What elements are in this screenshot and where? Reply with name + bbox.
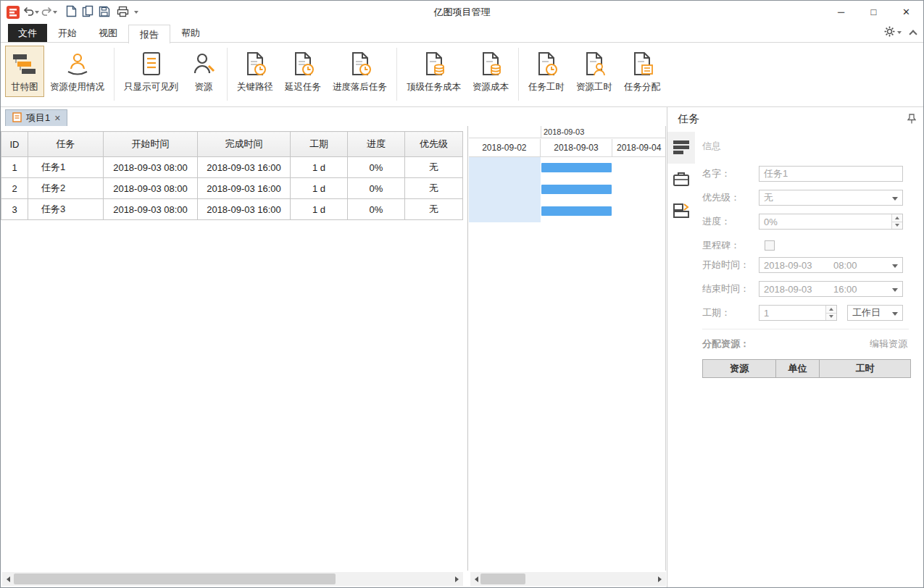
cell-start[interactable]: 2018-09-03 08:00	[104, 157, 198, 178]
scroll-left-button[interactable]	[2, 572, 14, 586]
spin-up-icon[interactable]	[826, 306, 836, 314]
start-time-select[interactable]: 2018-09-03 08:00	[759, 257, 903, 273]
cell-priority[interactable]: 无	[405, 157, 463, 178]
cell-finish[interactable]: 2018-09-03 16:00	[198, 157, 291, 178]
spin-up-icon[interactable]	[892, 214, 902, 222]
progress-stepper[interactable]: 0%	[759, 214, 903, 230]
redo-dropdown-caret-icon[interactable]	[53, 11, 57, 14]
undo-dropdown-caret-icon[interactable]	[35, 11, 39, 14]
collapse-ribbon-button[interactable]	[910, 28, 916, 37]
file-menu-button[interactable]: 文件	[8, 24, 47, 42]
chevron-down-icon[interactable]	[892, 264, 898, 268]
resource-hours-button[interactable]: 资源工时	[570, 46, 618, 97]
cell-start[interactable]: 2018-09-03 08:00	[104, 178, 198, 199]
col-header-task[interactable]: 任务	[28, 132, 104, 157]
top-task-cost-button[interactable]: 顶级任务成本	[401, 46, 467, 97]
task-info-view-button[interactable]	[667, 132, 695, 164]
cell-progress[interactable]: 0%	[348, 178, 405, 199]
delayed-tasks-button[interactable]: 延迟任务	[279, 46, 327, 97]
cell-duration[interactable]: 1 d	[291, 178, 348, 199]
task-assign-button[interactable]: 任务分配	[618, 46, 666, 97]
open-document-button[interactable]	[80, 4, 95, 21]
cell-id[interactable]: 1	[1, 157, 28, 178]
save-icon	[99, 6, 110, 20]
assigned-resources-label: 分配资源：	[702, 337, 749, 350]
cell-task[interactable]: 任务2	[28, 178, 104, 199]
document-tab-close-icon[interactable]: ×	[54, 113, 60, 123]
document-tab-project1[interactable]: 项目1 ×	[5, 109, 67, 126]
redo-button[interactable]	[41, 7, 57, 19]
scrollbar-thumb[interactable]	[14, 574, 336, 584]
resource-usage-button[interactable]: 资源使用情况	[44, 46, 110, 97]
progress-spinner[interactable]	[891, 214, 902, 229]
scroll-right-button[interactable]	[451, 572, 463, 586]
gantt-bar-task3[interactable]	[541, 206, 612, 216]
save-button[interactable]	[97, 4, 112, 21]
cell-id[interactable]: 2	[1, 178, 28, 199]
cell-progress[interactable]: 0%	[348, 157, 405, 178]
cell-finish[interactable]: 2018-09-03 16:00	[198, 199, 291, 220]
cell-finish[interactable]: 2018-09-03 16:00	[198, 178, 291, 199]
table-row[interactable]: 2 任务2 2018-09-03 08:00 2018-09-03 16:00 …	[1, 178, 463, 199]
maximize-button[interactable]: □	[857, 1, 890, 22]
cell-priority[interactable]: 无	[405, 199, 463, 220]
duration-stepper[interactable]: 1	[759, 305, 837, 321]
table-horizontal-scrollbar[interactable]	[2, 572, 463, 586]
behind-schedule-tasks-button[interactable]: 进度落后任务	[327, 46, 393, 97]
visible-columns-button[interactable]: 只显示可见列	[118, 46, 184, 97]
spin-down-icon[interactable]	[892, 222, 902, 230]
table-row[interactable]: 3 任务3 2018-09-03 08:00 2018-09-03 16:00 …	[1, 199, 463, 220]
end-time-select[interactable]: 2018-09-03 16:00	[759, 281, 903, 297]
cell-priority[interactable]: 无	[405, 178, 463, 199]
cell-task[interactable]: 任务3	[28, 199, 104, 220]
scroll-right-button[interactable]	[654, 572, 666, 586]
new-document-button[interactable]	[64, 4, 78, 21]
col-header-finish[interactable]: 完成时间	[198, 132, 291, 157]
settings-button[interactable]	[884, 26, 902, 39]
duration-spinner[interactable]	[825, 306, 836, 320]
cell-duration[interactable]: 1 d	[291, 157, 348, 178]
table-row[interactable]: 1 任务1 2018-09-03 08:00 2018-09-03 16:00 …	[1, 157, 463, 178]
col-header-priority[interactable]: 优先级	[405, 132, 463, 157]
col-header-progress[interactable]: 进度	[348, 132, 405, 157]
pin-panel-button[interactable]	[907, 114, 916, 126]
cell-progress[interactable]: 0%	[348, 199, 405, 220]
cell-duration[interactable]: 1 d	[291, 199, 348, 220]
scrollbar-thumb[interactable]	[480, 574, 525, 584]
task-hours-button[interactable]: 任务工时	[523, 46, 570, 97]
resource-cost-button[interactable]: 资源成本	[467, 46, 515, 97]
print-button[interactable]	[117, 6, 129, 20]
tab-report[interactable]: 报告	[128, 25, 170, 43]
col-header-start[interactable]: 开始时间	[104, 132, 198, 157]
duration-unit-select[interactable]: 工作日	[847, 305, 903, 321]
col-header-duration[interactable]: 工期	[291, 132, 348, 157]
minimize-button[interactable]: ─	[825, 1, 857, 22]
gantt-view-button[interactable]: 甘特图	[5, 46, 44, 97]
tab-view[interactable]: 视图	[88, 24, 128, 42]
priority-select[interactable]: 无	[759, 190, 903, 206]
milestone-checkbox[interactable]	[765, 240, 775, 251]
task-assignment-view-button[interactable]	[667, 196, 695, 227]
resource-box-view-button[interactable]	[667, 164, 695, 196]
gantt-bar-task2[interactable]	[541, 185, 612, 194]
doc-clock-icon	[241, 50, 269, 77]
critical-path-button[interactable]: 关键路径	[231, 46, 279, 97]
gantt-bar-task1[interactable]	[541, 163, 612, 172]
cell-id[interactable]: 3	[1, 199, 28, 220]
tab-home[interactable]: 开始	[47, 24, 88, 42]
col-header-id[interactable]: ID	[1, 132, 28, 157]
chevron-down-icon[interactable]	[892, 197, 898, 201]
cell-task[interactable]: 任务1	[28, 157, 104, 178]
qat-customize-caret-icon[interactable]	[134, 11, 138, 14]
edit-resources-link[interactable]: 编辑资源	[870, 337, 907, 350]
spin-down-icon[interactable]	[826, 314, 836, 321]
chevron-down-icon[interactable]	[892, 312, 898, 316]
chevron-down-icon[interactable]	[892, 288, 898, 292]
resources-button[interactable]: 资源	[184, 46, 223, 97]
close-button[interactable]: ✕	[890, 1, 923, 22]
gantt-horizontal-scrollbar[interactable]	[470, 572, 666, 586]
cell-start[interactable]: 2018-09-03 08:00	[104, 199, 198, 220]
undo-button[interactable]	[23, 7, 39, 19]
tab-help[interactable]: 帮助	[170, 24, 211, 42]
name-input[interactable]: 任务1	[759, 166, 903, 182]
